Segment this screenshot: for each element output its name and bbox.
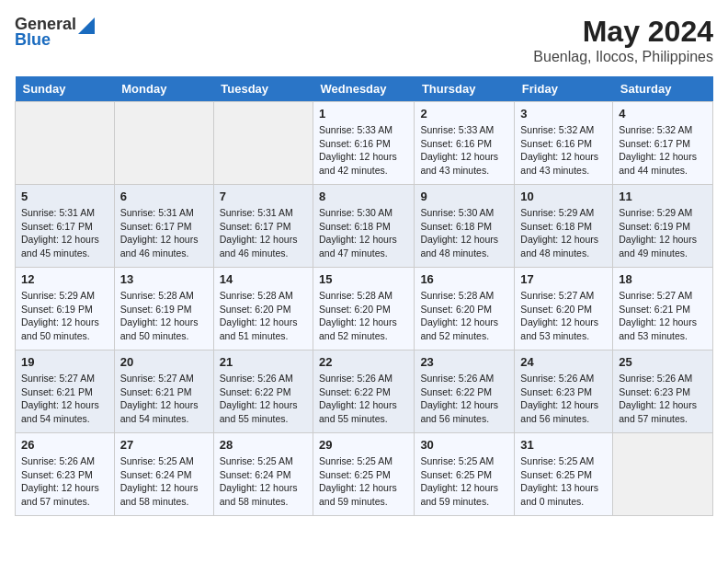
calendar-cell: 19Sunrise: 5:27 AM Sunset: 6:21 PM Dayli… (16, 350, 115, 433)
day-number: 9 (420, 190, 508, 203)
day-number: 11 (619, 190, 707, 203)
day-number: 10 (520, 190, 607, 203)
day-number: 2 (420, 107, 508, 121)
day-number: 4 (619, 107, 707, 121)
day-number: 19 (21, 355, 108, 369)
calendar-cell: 8Sunrise: 5:30 AM Sunset: 6:18 PM Daylig… (313, 185, 415, 268)
day-number: 18 (619, 272, 707, 286)
calendar-cell: 13Sunrise: 5:28 AM Sunset: 6:19 PM Dayli… (114, 268, 213, 350)
calendar-cell: 25Sunrise: 5:26 AM Sunset: 6:23 PM Dayli… (613, 350, 713, 433)
calendar-day-header: Saturday (613, 76, 713, 102)
calendar-cell: 14Sunrise: 5:28 AM Sunset: 6:20 PM Dayli… (213, 268, 313, 350)
title-block: May 2024 Buenlag, Ilocos, Philippines (533, 15, 713, 65)
day-number: 22 (319, 355, 408, 369)
calendar-cell: 28Sunrise: 5:25 AM Sunset: 6:24 PM Dayli… (213, 433, 313, 516)
day-number: 6 (120, 190, 208, 203)
calendar-cell: 15Sunrise: 5:28 AM Sunset: 6:20 PM Dayli… (313, 268, 415, 350)
calendar-week-row: 19Sunrise: 5:27 AM Sunset: 6:21 PM Dayli… (16, 350, 713, 433)
day-info: Sunrise: 5:33 AM Sunset: 6:16 PM Dayligh… (420, 123, 508, 178)
calendar-header-row: SundayMondayTuesdayWednesdayThursdayFrid… (16, 76, 713, 102)
day-info: Sunrise: 5:28 AM Sunset: 6:20 PM Dayligh… (420, 289, 508, 343)
calendar-cell: 3Sunrise: 5:32 AM Sunset: 6:16 PM Daylig… (515, 102, 613, 185)
day-info: Sunrise: 5:26 AM Sunset: 6:23 PM Dayligh… (21, 454, 108, 509)
day-number: 28 (220, 438, 307, 452)
day-number: 7 (220, 190, 307, 203)
calendar-cell: 30Sunrise: 5:25 AM Sunset: 6:25 PM Dayli… (415, 433, 515, 516)
day-info: Sunrise: 5:28 AM Sunset: 6:19 PM Dayligh… (120, 289, 208, 343)
calendar-table: SundayMondayTuesdayWednesdayThursdayFrid… (15, 76, 713, 516)
day-info: Sunrise: 5:27 AM Sunset: 6:20 PM Dayligh… (520, 289, 607, 343)
day-info: Sunrise: 5:26 AM Sunset: 6:22 PM Dayligh… (420, 372, 508, 426)
day-info: Sunrise: 5:31 AM Sunset: 6:17 PM Dayligh… (120, 206, 208, 260)
calendar-cell: 7Sunrise: 5:31 AM Sunset: 6:17 PM Daylig… (213, 185, 313, 268)
day-info: Sunrise: 5:25 AM Sunset: 6:25 PM Dayligh… (319, 454, 408, 509)
calendar-cell (213, 102, 313, 185)
calendar-cell: 21Sunrise: 5:26 AM Sunset: 6:22 PM Dayli… (213, 350, 313, 433)
day-number: 16 (420, 272, 508, 286)
calendar-week-row: 1Sunrise: 5:33 AM Sunset: 6:16 PM Daylig… (16, 102, 713, 185)
day-number: 12 (21, 272, 108, 286)
calendar-day-header: Monday (114, 76, 213, 102)
calendar-cell: 27Sunrise: 5:25 AM Sunset: 6:24 PM Dayli… (114, 433, 213, 516)
day-number: 23 (420, 355, 508, 369)
day-info: Sunrise: 5:26 AM Sunset: 6:23 PM Dayligh… (520, 372, 607, 426)
calendar-cell: 17Sunrise: 5:27 AM Sunset: 6:20 PM Dayli… (515, 268, 613, 350)
day-info: Sunrise: 5:29 AM Sunset: 6:19 PM Dayligh… (619, 206, 707, 260)
day-number: 5 (21, 190, 108, 203)
day-number: 31 (520, 438, 607, 452)
calendar-cell: 22Sunrise: 5:26 AM Sunset: 6:22 PM Dayli… (313, 350, 415, 433)
calendar-cell: 1Sunrise: 5:33 AM Sunset: 6:16 PM Daylig… (313, 102, 415, 185)
calendar-cell: 5Sunrise: 5:31 AM Sunset: 6:17 PM Daylig… (16, 185, 115, 268)
day-info: Sunrise: 5:32 AM Sunset: 6:16 PM Dayligh… (520, 123, 607, 178)
day-info: Sunrise: 5:31 AM Sunset: 6:17 PM Dayligh… (21, 206, 108, 260)
day-info: Sunrise: 5:30 AM Sunset: 6:18 PM Dayligh… (420, 206, 508, 260)
calendar-day-header: Wednesday (313, 76, 415, 102)
calendar-day-header: Friday (515, 76, 613, 102)
day-info: Sunrise: 5:25 AM Sunset: 6:24 PM Dayligh… (120, 454, 208, 509)
calendar-cell (114, 102, 213, 185)
day-number: 24 (520, 355, 607, 369)
day-info: Sunrise: 5:26 AM Sunset: 6:22 PM Dayligh… (319, 372, 408, 426)
calendar-cell: 2Sunrise: 5:33 AM Sunset: 6:16 PM Daylig… (415, 102, 515, 185)
day-info: Sunrise: 5:27 AM Sunset: 6:21 PM Dayligh… (619, 289, 707, 343)
day-info: Sunrise: 5:30 AM Sunset: 6:18 PM Dayligh… (319, 206, 408, 260)
day-info: Sunrise: 5:25 AM Sunset: 6:24 PM Dayligh… (220, 454, 307, 509)
day-info: Sunrise: 5:29 AM Sunset: 6:19 PM Dayligh… (21, 289, 108, 343)
day-info: Sunrise: 5:32 AM Sunset: 6:17 PM Dayligh… (619, 123, 707, 178)
calendar-cell: 9Sunrise: 5:30 AM Sunset: 6:18 PM Daylig… (415, 185, 515, 268)
day-number: 26 (21, 438, 108, 452)
day-number: 3 (520, 107, 607, 121)
day-number: 27 (120, 438, 208, 452)
day-info: Sunrise: 5:28 AM Sunset: 6:20 PM Dayligh… (220, 289, 307, 343)
page-title: May 2024 (533, 15, 713, 49)
calendar-week-row: 26Sunrise: 5:26 AM Sunset: 6:23 PM Dayli… (16, 433, 713, 516)
day-info: Sunrise: 5:26 AM Sunset: 6:23 PM Dayligh… (619, 372, 707, 426)
page-header: General Blue May 2024 Buenlag, Ilocos, P… (15, 15, 713, 65)
calendar-cell: 18Sunrise: 5:27 AM Sunset: 6:21 PM Dayli… (613, 268, 713, 350)
calendar-cell: 29Sunrise: 5:25 AM Sunset: 6:25 PM Dayli… (313, 433, 415, 516)
svg-marker-0 (78, 17, 95, 34)
calendar-cell (16, 102, 115, 185)
day-number: 8 (319, 190, 408, 203)
day-number: 14 (220, 272, 307, 286)
day-number: 25 (619, 355, 707, 369)
logo: General Blue (15, 15, 95, 50)
calendar-cell: 16Sunrise: 5:28 AM Sunset: 6:20 PM Dayli… (415, 268, 515, 350)
calendar-cell: 6Sunrise: 5:31 AM Sunset: 6:17 PM Daylig… (114, 185, 213, 268)
day-info: Sunrise: 5:27 AM Sunset: 6:21 PM Dayligh… (120, 372, 208, 426)
calendar-day-header: Tuesday (213, 76, 313, 102)
calendar-cell: 12Sunrise: 5:29 AM Sunset: 6:19 PM Dayli… (16, 268, 115, 350)
calendar-week-row: 12Sunrise: 5:29 AM Sunset: 6:19 PM Dayli… (16, 268, 713, 350)
day-number: 30 (420, 438, 508, 452)
day-info: Sunrise: 5:29 AM Sunset: 6:18 PM Dayligh… (520, 206, 607, 260)
calendar-cell: 11Sunrise: 5:29 AM Sunset: 6:19 PM Dayli… (613, 185, 713, 268)
day-info: Sunrise: 5:31 AM Sunset: 6:17 PM Dayligh… (220, 206, 307, 260)
calendar-day-header: Thursday (415, 76, 515, 102)
day-info: Sunrise: 5:27 AM Sunset: 6:21 PM Dayligh… (21, 372, 108, 426)
day-number: 29 (319, 438, 408, 452)
calendar-cell: 26Sunrise: 5:26 AM Sunset: 6:23 PM Dayli… (16, 433, 115, 516)
day-number: 1 (319, 107, 408, 121)
calendar-week-row: 5Sunrise: 5:31 AM Sunset: 6:17 PM Daylig… (16, 185, 713, 268)
calendar-day-header: Sunday (16, 76, 115, 102)
logo-text-blue: Blue (15, 30, 51, 50)
